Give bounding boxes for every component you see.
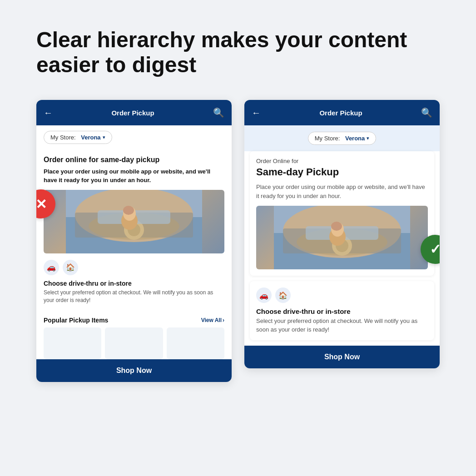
left-car-image (44, 190, 224, 253)
left-popular-title: Popular Pickup Items (44, 317, 108, 324)
left-nav-title: Order Pickup (111, 109, 154, 117)
back-arrow-icon-right[interactable]: ← (252, 108, 261, 118)
right-nav-title: Order Pickup (319, 109, 362, 117)
right-car-icon: 🚗 (256, 288, 272, 303)
left-item-2 (105, 327, 163, 359)
right-eyebrow: Order Online for (256, 158, 428, 164)
right-main-subtext: Place your order using our mobile app or… (256, 183, 428, 200)
svg-point-10 (123, 206, 134, 215)
left-content-area: Order online for same-day pickup Place y… (36, 149, 232, 310)
right-chevron-icon: ▾ (367, 135, 369, 141)
right-main-heading: Same-day Pickup (256, 166, 428, 178)
right-phone-card: ✓ ← Order Pickup 🔍 My Store: Verona ▾ Or… (244, 100, 440, 368)
left-view-all[interactable]: View All › (201, 317, 224, 323)
right-shop-now-button[interactable]: Shop Now (244, 346, 440, 368)
right-store-label: My Store: (315, 135, 340, 142)
left-store-selector-wrap: My Store: Verona ▾ (36, 125, 232, 149)
svg-point-21 (331, 222, 342, 231)
search-icon-left[interactable]: 🔍 (213, 107, 224, 118)
right-pickup-subtext: Select your preferred option at checkout… (256, 317, 428, 333)
right-store-name: Verona (345, 135, 365, 142)
right-nav-bar: ← Order Pickup 🔍 (244, 100, 440, 125)
back-arrow-icon-left[interactable]: ← (44, 108, 53, 118)
search-icon-right[interactable]: 🔍 (421, 107, 432, 118)
left-pickup-heading: Choose drive-thru or in-store (44, 280, 224, 287)
left-chevron-icon: ▾ (103, 134, 105, 140)
cards-row: ✕ ← Order Pickup 🔍 My Store: Verona ▾ Or… (36, 100, 440, 382)
left-popular-section: Popular Pickup Items View All › (36, 311, 232, 359)
right-store-icon: 🏠 (275, 288, 291, 303)
left-shop-now-button[interactable]: Shop Now (36, 359, 232, 382)
left-store-selector[interactable]: My Store: Verona ▾ (44, 131, 112, 144)
left-items-placeholder (44, 327, 224, 359)
left-icons-row: 🚗 🏠 (44, 260, 224, 275)
right-pickup-section-card: 🚗 🏠 Choose drive-thru or in-store Select… (250, 281, 434, 340)
left-main-heading: Order online for same-day pickup (44, 156, 224, 164)
right-store-selector-wrap: My Store: Verona ▾ (244, 125, 440, 151)
left-car-icon: 🚗 (44, 260, 59, 275)
left-main-subtext: Place your order using our mobile app or… (44, 168, 224, 184)
right-icons-row: 🚗 🏠 (256, 288, 428, 303)
right-pickup-heading: Choose drive-thru or in-store (256, 307, 428, 315)
left-pickup-subtext: Select your preferred option at checkout… (44, 289, 224, 304)
left-item-3 (167, 327, 224, 359)
page-headline: Clear hierarchy makes your content easie… (36, 27, 427, 77)
left-store-icon: 🏠 (63, 260, 78, 275)
left-nav-bar: ← Order Pickup 🔍 (36, 100, 232, 125)
right-store-selector[interactable]: My Store: Verona ▾ (308, 132, 377, 145)
left-item-1 (44, 327, 101, 359)
left-store-label: My Store: (50, 134, 76, 141)
right-car-image (256, 206, 428, 269)
left-phone-card: ✕ ← Order Pickup 🔍 My Store: Verona ▾ Or… (36, 100, 232, 382)
right-main-section-card: Order Online for Same-day Pickup Place y… (250, 151, 434, 276)
left-popular-header: Popular Pickup Items View All › (44, 317, 224, 324)
left-store-name: Verona (81, 134, 100, 141)
